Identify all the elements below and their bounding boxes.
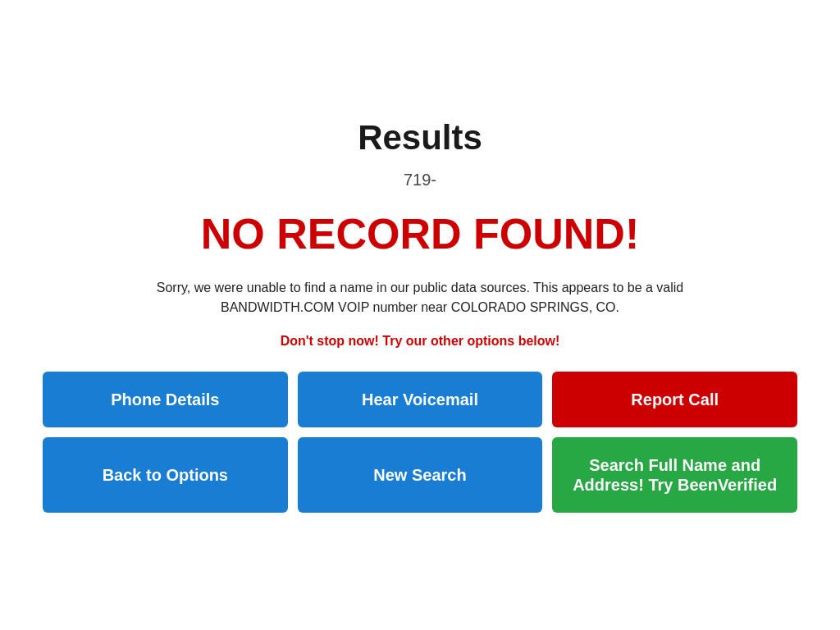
- main-container: Results 719- NO RECORD FOUND! Sorry, we …: [26, 85, 814, 546]
- back-to-options-button[interactable]: Back to Options: [43, 437, 288, 513]
- hear-voicemail-button[interactable]: Hear Voicemail: [298, 372, 543, 427]
- button-grid: Phone Details Hear Voicemail Report Call…: [43, 372, 797, 513]
- beenverified-button[interactable]: Search Full Name and Address! Try BeenVe…: [552, 437, 797, 513]
- page-title: Results: [43, 118, 797, 158]
- phone-number: 719-: [43, 171, 797, 189]
- no-record-heading: NO RECORD FOUND!: [43, 209, 797, 258]
- report-call-button[interactable]: Report Call: [552, 372, 797, 427]
- description-text: Sorry, we were unable to find a name in …: [112, 278, 728, 317]
- new-search-button[interactable]: New Search: [298, 437, 543, 513]
- prompt-text: Don't stop now! Try our other options be…: [43, 334, 797, 349]
- phone-details-button[interactable]: Phone Details: [43, 372, 288, 427]
